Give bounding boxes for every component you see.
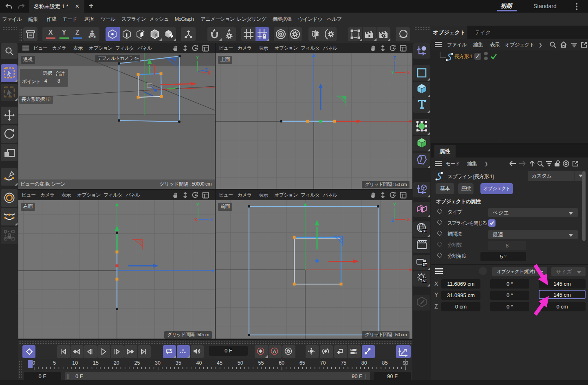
svg-text:Z: Z (210, 217, 213, 222)
svg-text:A: A (182, 348, 184, 352)
svg-text:ST: ST (423, 229, 427, 233)
svg-text:Y: Y (196, 55, 199, 60)
svg-text:Y: Y (196, 202, 200, 207)
svg-text:Z: Z (393, 55, 396, 60)
svg-text:ST: ST (423, 279, 427, 283)
svg-text:Y: Y (393, 202, 396, 207)
svg-text:X: X (194, 217, 198, 222)
svg-text:Y: Y (391, 70, 394, 75)
svg-text:X: X (407, 70, 410, 75)
svg-text:X: X (407, 217, 410, 222)
svg-text:A: A (273, 349, 276, 354)
svg-text:Z: Z (391, 218, 394, 223)
svg-text:X: X (208, 70, 211, 75)
svg-text:ST: ST (423, 262, 427, 267)
svg-text:Z: Z (205, 68, 208, 72)
